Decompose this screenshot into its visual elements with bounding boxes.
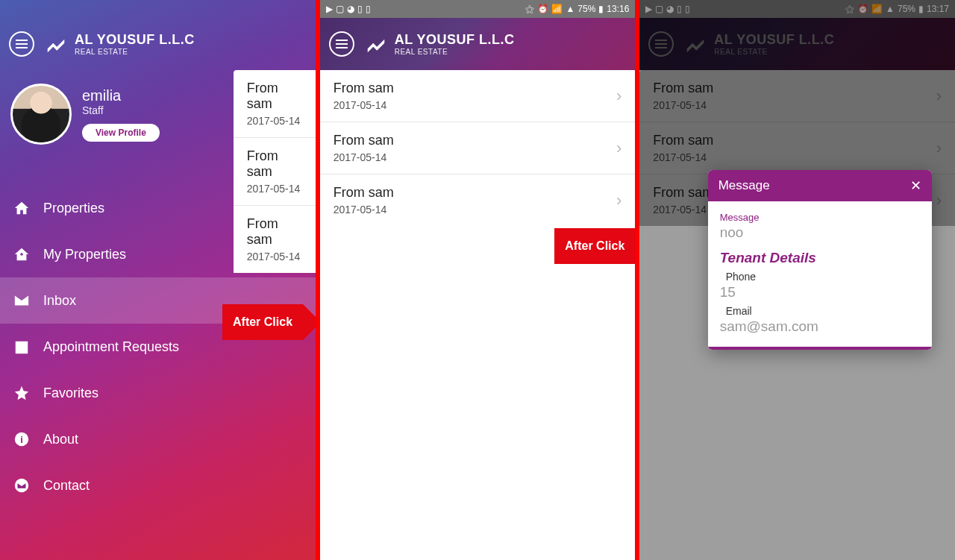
mail-circle-icon: [13, 477, 30, 494]
email-value: sam@sam.com: [720, 318, 920, 335]
app-bar: AL YOUSUF L.L.C REAL ESTATE: [0, 18, 316, 70]
mail-icon: [13, 292, 30, 309]
after-click-annotation: After Click: [554, 228, 635, 264]
message-modal: Message ✕ Message noo Tenant Details Pho…: [708, 170, 932, 350]
hamburger-button[interactable]: [9, 31, 34, 57]
profile-name: emilia: [82, 87, 160, 104]
chevron-right-icon: ›: [616, 139, 621, 158]
bluetooth-icon: ⚝: [525, 4, 534, 14]
home-icon: [13, 200, 30, 216]
menu-item-properties[interactable]: Properties: [0, 185, 316, 231]
wifi-icon: 📶: [551, 4, 563, 14]
tenant-details-heading: Tenant Details: [720, 250, 920, 266]
profile-role: Staff: [82, 104, 160, 116]
logo-icon: [45, 33, 67, 55]
home-user-icon: [13, 246, 30, 262]
signal-icon: ▲: [566, 4, 574, 14]
menu-item-about[interactable]: i About: [0, 416, 316, 462]
menu-item-my-properties[interactable]: My Properties: [0, 231, 316, 277]
menu-label: My Properties: [43, 247, 126, 262]
menu-item-favorites[interactable]: Favorites: [0, 370, 316, 416]
menu-label: Appointment Requests: [43, 339, 179, 355]
view-profile-button[interactable]: View Profile: [82, 124, 160, 142]
status-bar: ▶ ▢ ◕ ▯ ▯ ⚝ ⏰ 📶 ▲ 75% ▮ 13:16: [320, 0, 636, 18]
profile-block: emilia Staff View Profile: [0, 70, 316, 163]
play-icon: ▶: [326, 4, 333, 14]
star-icon: [13, 385, 30, 401]
menu-item-contact[interactable]: Contact: [0, 462, 316, 509]
info-icon: i: [13, 431, 30, 447]
message-from: From sam: [334, 133, 394, 148]
message-date: 2017-05-14: [334, 151, 394, 163]
phone-value: 15: [720, 284, 920, 301]
image-icon: ▢: [336, 4, 344, 14]
brand-title: AL YOUSUF L.L.C: [395, 32, 515, 48]
alarm-icon: ⏰: [537, 4, 548, 14]
message-row[interactable]: From sam 2017-05-14 ›: [320, 122, 636, 174]
menu-label: Inbox: [43, 293, 76, 309]
modal-title: Message: [718, 178, 770, 193]
message-row[interactable]: From sam 2017-05-14 ›: [320, 174, 636, 226]
circle-icon: ◕: [347, 4, 354, 14]
message-from: From sam: [334, 185, 394, 201]
battery-icon: ▮: [598, 4, 604, 14]
modal-message-value: noo: [720, 224, 920, 241]
menu-label: Properties: [43, 201, 104, 216]
battery-small-icon: ▯: [366, 4, 371, 14]
drawer-menu: Properties My Properties Inbox Appointme…: [0, 185, 316, 509]
modal-message-label: Message: [720, 212, 920, 223]
after-click-annotation: After Click: [222, 304, 303, 340]
message-date: 2017-05-14: [334, 99, 394, 111]
modal-accent-bar: [708, 347, 932, 350]
close-icon[interactable]: ✕: [910, 177, 921, 194]
battery-text: 75%: [577, 4, 595, 14]
message-row[interactable]: From sam 2017-05-14 ›: [320, 70, 636, 122]
chevron-right-icon: ›: [616, 191, 621, 210]
svg-text:i: i: [20, 434, 23, 445]
chevron-right-icon: ›: [616, 86, 621, 106]
avatar[interactable]: [10, 84, 72, 145]
svg-point-2: [15, 479, 28, 492]
menu-label: Contact: [43, 478, 90, 494]
brand-title: AL YOUSUF L.L.C: [75, 32, 195, 48]
email-label: Email: [726, 305, 920, 317]
logo-icon: [365, 33, 387, 55]
message-from: From sam: [334, 81, 394, 96]
inbox-list: From sam 2017-05-14 › From sam 2017-05-1…: [320, 70, 636, 226]
calendar-icon: [13, 339, 30, 355]
clock: 13:16: [607, 4, 629, 14]
menu-label: About: [43, 432, 78, 447]
phone-label: Phone: [726, 271, 920, 283]
sim-icon: ▯: [357, 4, 363, 14]
app-bar: AL YOUSUF L.L.C REAL ESTATE: [320, 18, 636, 70]
modal-header: Message ✕: [708, 170, 932, 201]
hamburger-button[interactable]: [329, 31, 354, 57]
message-date: 2017-05-14: [334, 204, 394, 215]
brand-subtitle: REAL ESTATE: [395, 48, 515, 56]
brand-subtitle: REAL ESTATE: [75, 48, 195, 56]
menu-label: Favorites: [43, 386, 98, 401]
